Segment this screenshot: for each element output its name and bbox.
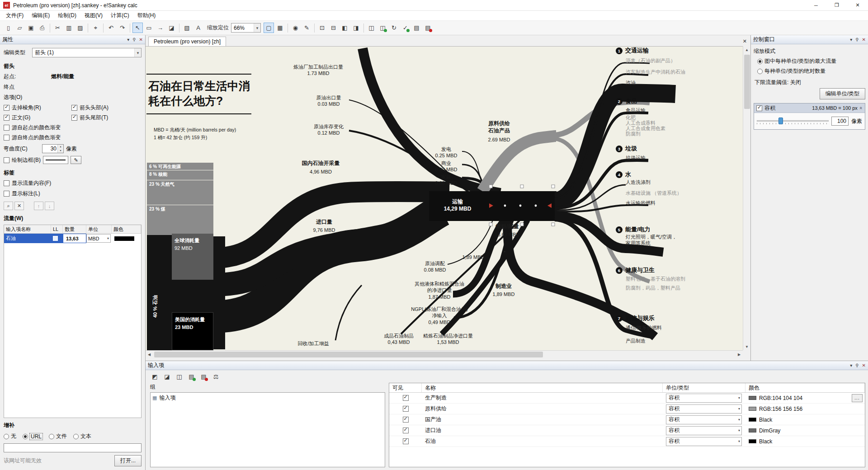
new-entry-icon[interactable]: ◩ bbox=[150, 371, 160, 382]
group-list[interactable]: ▦输入项 bbox=[150, 392, 385, 467]
scale-entries-icon[interactable]: ⚖ bbox=[211, 371, 221, 382]
flow-col-link[interactable]: LL bbox=[51, 225, 63, 233]
visibility-checkbox[interactable] bbox=[403, 438, 409, 444]
radio[interactable] bbox=[49, 434, 54, 439]
arrow-option-4[interactable]: 箭头尾部(T) bbox=[71, 114, 142, 122]
menu-item-3[interactable]: 绘制(D) bbox=[54, 10, 80, 21]
group-icon[interactable]: ⊡ bbox=[317, 23, 327, 33]
scroll-left-icon[interactable]: ◀ bbox=[146, 351, 153, 358]
close-icon[interactable]: ✕ bbox=[139, 37, 143, 42]
bring-front-icon[interactable]: ◧ bbox=[340, 23, 350, 33]
arrow-option-3[interactable]: 正文(G) bbox=[4, 114, 71, 122]
entry-row[interactable]: 国产油容积▾Black bbox=[389, 414, 865, 425]
pin-icon[interactable]: ⚲ bbox=[132, 37, 136, 42]
supplement-option-4[interactable]: 文本 bbox=[73, 432, 91, 440]
cut-icon[interactable]: ✂ bbox=[52, 23, 63, 33]
minimize-button[interactable]: ─ bbox=[806, 0, 826, 10]
edit-mode-icon[interactable]: ✎ bbox=[302, 23, 312, 33]
checkbox[interactable] bbox=[4, 135, 9, 141]
insert-table-icon[interactable]: ◫ bbox=[366, 23, 377, 33]
visibility-checkbox[interactable] bbox=[403, 428, 409, 433]
energy-segment-4[interactable]: 23 % 煤 bbox=[147, 205, 213, 235]
url-input[interactable] bbox=[4, 443, 142, 452]
unit-visibility-checkbox[interactable] bbox=[756, 105, 762, 111]
move-down-icon[interactable]: ↓ bbox=[45, 202, 54, 210]
flow-qty-input[interactable]: 13,63 bbox=[63, 234, 86, 243]
radio[interactable] bbox=[73, 434, 79, 439]
check-diagram-icon[interactable]: ✓ bbox=[400, 23, 410, 33]
energy-segment-2[interactable]: 8 % 核能 bbox=[147, 170, 213, 180]
fit-view-icon[interactable]: ▢ bbox=[264, 23, 274, 33]
menu-item-4[interactable]: 视图(V) bbox=[80, 10, 107, 21]
text-tool-icon[interactable]: A bbox=[193, 23, 203, 33]
show-flow-option[interactable]: 显示流量内容(F) bbox=[4, 179, 142, 187]
close-icon[interactable]: ✕ bbox=[862, 37, 866, 42]
close-button[interactable]: ✕ bbox=[847, 0, 868, 10]
zoom-tool-icon[interactable]: ⌖ bbox=[90, 23, 101, 33]
unit-select[interactable]: 容积▾ bbox=[666, 415, 742, 424]
paste-entry-icon[interactable]: ◫ bbox=[174, 371, 184, 382]
flow-col-name[interactable]: 输入项名称 bbox=[4, 225, 51, 233]
pixels-input[interactable]: 100 bbox=[831, 117, 849, 126]
visibility-checkbox[interactable] bbox=[403, 417, 409, 423]
flow-entry-name[interactable]: 石油 bbox=[4, 234, 51, 243]
properties-panel-header[interactable]: 属性 ▾ ⚲ ✕ bbox=[0, 35, 145, 44]
group-item[interactable]: ▦输入项 bbox=[151, 394, 384, 402]
delete-entry-icon[interactable]: ▤ bbox=[198, 371, 209, 382]
energy-segment-3[interactable]: 23 % 天然气 bbox=[147, 180, 213, 205]
add-entry-icon[interactable]: ▤ bbox=[186, 371, 197, 382]
checkbox[interactable] bbox=[4, 125, 9, 131]
supplement-option-3[interactable]: 文件 bbox=[49, 432, 67, 440]
unit-select[interactable]: 容积▾ bbox=[666, 394, 742, 403]
checkbox[interactable] bbox=[71, 105, 77, 111]
entry-row[interactable]: 石油容积▾Black bbox=[389, 436, 865, 447]
image-tool-icon[interactable]: ▧ bbox=[182, 23, 192, 33]
checkbox[interactable] bbox=[4, 191, 9, 197]
supplement-option-1[interactable]: 无 bbox=[4, 432, 16, 440]
arrow-option-6[interactable]: 源自终点的颜色渐变 bbox=[4, 134, 142, 141]
edit-units-button[interactable]: 编辑单位/类型 bbox=[820, 88, 865, 99]
preview-icon[interactable]: ◉ bbox=[290, 23, 301, 33]
us-consumption-box[interactable]: 美国的消耗量 23 MBD bbox=[172, 312, 213, 350]
show-note-option[interactable]: 显示标注(L) bbox=[4, 190, 142, 197]
close-document-icon[interactable]: ✕ bbox=[743, 38, 747, 44]
chevron-down-icon[interactable]: ▾ bbox=[850, 37, 852, 42]
visibility-checkbox[interactable] bbox=[403, 406, 409, 412]
flow-col-quantity[interactable]: 数量 bbox=[63, 225, 86, 233]
menu-item-5[interactable]: 计算(C) bbox=[107, 10, 133, 21]
checkbox[interactable] bbox=[4, 105, 9, 111]
open-file-icon[interactable]: ▱ bbox=[14, 23, 25, 33]
entry-row[interactable]: 原料供给容积▾RGB:156 156 156 bbox=[389, 404, 865, 414]
entries-panel-header[interactable]: 输入项 ▾ ⚲ ✕ bbox=[146, 361, 868, 370]
pin-icon[interactable]: ⚲ bbox=[855, 363, 859, 368]
edit-type-select[interactable]: 箭头 (1) ▾ bbox=[32, 48, 142, 57]
radio[interactable] bbox=[757, 69, 763, 74]
slider-thumb[interactable] bbox=[778, 118, 783, 124]
spinner-buttons[interactable]: ▴▾ bbox=[57, 145, 63, 153]
column-header-1[interactable]: 可见 bbox=[389, 383, 422, 392]
document-tab[interactable]: Petroleum (pro version) [zh] bbox=[148, 37, 226, 46]
flow-unit-select[interactable]: MBD ▾ bbox=[86, 234, 111, 243]
flow-color-cell[interactable] bbox=[112, 234, 141, 243]
entry-row[interactable]: 生产制造容积▾RGB:104 104 104... bbox=[389, 393, 865, 404]
select-tool-icon[interactable]: ↖ bbox=[132, 23, 143, 33]
refresh-links-icon[interactable]: ↻ bbox=[389, 23, 399, 33]
chevron-down-icon[interactable]: ▾ bbox=[127, 37, 129, 42]
balance-sheet-icon[interactable]: ▤ bbox=[411, 23, 422, 33]
menu-item-2[interactable]: 编辑(E) bbox=[28, 10, 54, 21]
menu-item-1[interactable]: 文件(F) bbox=[2, 10, 28, 21]
scale-slider[interactable] bbox=[757, 117, 829, 125]
checkbox[interactable] bbox=[4, 115, 9, 121]
energy-segment-1[interactable]: 6 % 可再生能源 bbox=[147, 163, 213, 170]
checkbox[interactable] bbox=[4, 180, 9, 186]
scroll-right-icon[interactable]: ▶ bbox=[736, 351, 743, 358]
search-icon[interactable]: ⌕ bbox=[4, 202, 13, 210]
process-tool-icon[interactable]: ▭ bbox=[144, 23, 154, 33]
radio[interactable] bbox=[757, 59, 763, 64]
arrow-option-1[interactable]: 去掉棱角(R) bbox=[4, 104, 71, 112]
column-header-3[interactable]: 单位/类型 bbox=[663, 383, 745, 392]
unit-select[interactable]: 容积▾ bbox=[666, 404, 742, 414]
pin-icon[interactable]: ⚲ bbox=[855, 37, 859, 42]
redo-icon[interactable]: ↷ bbox=[117, 23, 127, 33]
zoom-level-select[interactable]: 66%▾ bbox=[231, 23, 261, 33]
